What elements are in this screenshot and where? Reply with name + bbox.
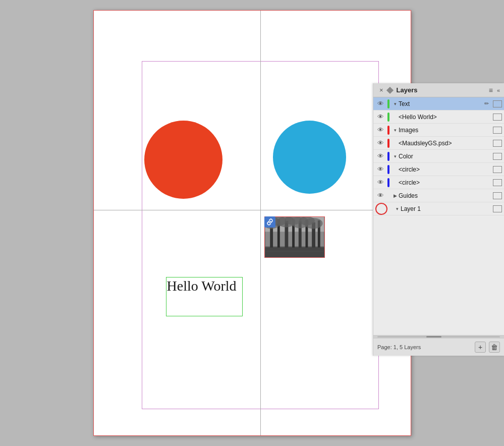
edit-icon-text[interactable]: ✏ bbox=[482, 99, 491, 108]
layer-name-circle1: <circle> bbox=[399, 166, 491, 173]
square-icon-circle2 bbox=[493, 179, 502, 186]
svg-point-17 bbox=[304, 218, 322, 229]
layer-row-maudsley[interactable]: 👁 <MaudsleyGS.psd> bbox=[373, 137, 504, 150]
color-bar-text bbox=[387, 99, 389, 108]
circle-red[interactable] bbox=[144, 121, 222, 199]
guide-vertical bbox=[260, 11, 261, 435]
eye-icon-text[interactable]: 👁 bbox=[375, 99, 385, 109]
svg-rect-18 bbox=[265, 247, 324, 257]
layers-list: 👁 ▾ Text ✏ 👁 <Hello World> 👁 ▾ Imag bbox=[373, 97, 504, 335]
hello-world-text[interactable]: Hello World bbox=[167, 278, 237, 294]
layer-name-circle2: <circle> bbox=[399, 179, 491, 186]
layer-name-hello-world: <Hello World> bbox=[399, 114, 491, 121]
footer-page-info: Page: 1, 5 Layers bbox=[377, 344, 421, 350]
color-bar-guides bbox=[387, 191, 389, 200]
layer-name-color: Color bbox=[399, 153, 491, 160]
expand-text[interactable]: ▾ bbox=[391, 100, 399, 107]
expand-guides[interactable]: ▶ bbox=[391, 192, 399, 199]
layer-name-layer1: Layer 1 bbox=[401, 205, 491, 212]
layer-name-guides: Guides bbox=[399, 192, 491, 199]
link-icon bbox=[264, 216, 275, 228]
color-bar-maudsley bbox=[387, 139, 389, 148]
guide-horizontal bbox=[94, 210, 411, 210]
eye-icon-images[interactable]: 👁 bbox=[375, 125, 385, 135]
canvas-wrapper: Hello World bbox=[93, 10, 411, 436]
layer-name-images: Images bbox=[399, 127, 491, 134]
scrollbar-track[interactable] bbox=[377, 336, 500, 338]
panel-title-row: × Layers bbox=[377, 86, 418, 94]
expand-color[interactable]: ▾ bbox=[391, 153, 399, 160]
expand-layer1[interactable]: ▾ bbox=[394, 205, 401, 212]
panel-controls: ≡ « bbox=[489, 86, 500, 94]
panel-close-button[interactable]: × bbox=[377, 86, 385, 94]
eye-red-circle-layer1[interactable] bbox=[375, 203, 387, 215]
eye-icon-hello-world[interactable]: 👁 bbox=[375, 112, 385, 122]
square-icon-color bbox=[493, 153, 502, 160]
panel-footer: Page: 1, 5 Layers + 🗑 bbox=[373, 338, 504, 356]
layer-row-color[interactable]: 👁 ▾ Color bbox=[373, 150, 504, 163]
panel-collapse-button[interactable]: « bbox=[497, 87, 500, 93]
color-bar-circle1 bbox=[387, 165, 389, 174]
layer-row-text[interactable]: 👁 ▾ Text ✏ bbox=[373, 97, 504, 110]
guide-box bbox=[142, 61, 379, 409]
square-icon-text bbox=[493, 100, 502, 107]
diamond-icon bbox=[386, 86, 394, 93]
square-icon-circle1 bbox=[493, 166, 502, 173]
scrollbar-thumb[interactable] bbox=[426, 336, 441, 338]
eye-icon-circle2[interactable]: 👁 bbox=[375, 178, 385, 188]
add-layer-button[interactable]: + bbox=[475, 342, 486, 353]
panel-header: × Layers ≡ « bbox=[373, 83, 504, 97]
eye-icon-guides[interactable]: 👁 bbox=[375, 191, 385, 201]
layer-row-hello-world[interactable]: 👁 <Hello World> bbox=[373, 110, 504, 124]
color-bar-circle2 bbox=[387, 178, 389, 187]
eye-icon-maudsley[interactable]: 👁 bbox=[375, 138, 385, 148]
eye-icon-circle1[interactable]: 👁 bbox=[375, 164, 385, 175]
color-bar-layer1 bbox=[389, 204, 391, 213]
square-icon-maudsley bbox=[493, 140, 502, 147]
eye-icon-color[interactable]: 👁 bbox=[375, 151, 385, 161]
layers-panel: × Layers ≡ « 👁 ▾ Text ✏ 👁 bbox=[373, 83, 504, 356]
square-icon-images bbox=[493, 127, 502, 134]
layer-row-guides[interactable]: 👁 ▶ Guides bbox=[373, 189, 504, 202]
layer-name-maudsley: <MaudsleyGS.psd> bbox=[399, 140, 491, 147]
footer-buttons: + 🗑 bbox=[475, 342, 500, 353]
svg-rect-19 bbox=[265, 250, 324, 252]
layer-row-circle2[interactable]: 👁 <circle> bbox=[373, 176, 504, 189]
delete-layer-button[interactable]: 🗑 bbox=[489, 342, 500, 353]
layer-row-images[interactable]: 👁 ▾ Images bbox=[373, 124, 504, 137]
layer-row-layer1[interactable]: ▾ Layer 1 bbox=[373, 202, 504, 215]
layer-name-text: Text bbox=[399, 100, 482, 107]
square-icon-guides bbox=[493, 192, 502, 199]
circle-blue[interactable] bbox=[273, 121, 346, 194]
color-bar-images bbox=[387, 126, 389, 135]
panel-title: Layers bbox=[397, 86, 418, 94]
square-icon-layer1 bbox=[493, 205, 502, 212]
layer-row-circle1[interactable]: 👁 <circle> bbox=[373, 163, 504, 176]
color-bar-hello-world bbox=[387, 113, 389, 122]
app-container: Hello World × Layers ≡ « 👁 ▾ Text bbox=[0, 0, 504, 446]
color-bar-color bbox=[387, 152, 389, 161]
expand-images[interactable]: ▾ bbox=[391, 127, 399, 134]
square-icon-hello-world bbox=[493, 114, 502, 121]
panel-menu-button[interactable]: ≡ bbox=[489, 86, 493, 94]
